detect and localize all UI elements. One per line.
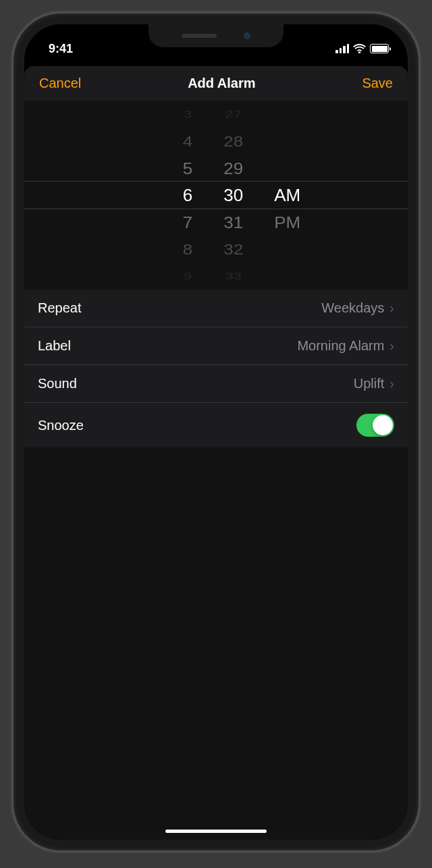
battery-icon xyxy=(370,44,389,53)
minute-picker-column[interactable]: 27 28 29 30 31 32 33 xyxy=(223,101,243,290)
wifi-icon xyxy=(353,44,366,53)
minute-selected: 30 xyxy=(223,182,243,209)
repeat-row[interactable]: Repeat Weekdays › xyxy=(24,290,408,327)
ampm-picker-column[interactable]: AM PM xyxy=(274,101,300,290)
repeat-value: Weekdays xyxy=(321,300,384,316)
phone-frame: 9:41 Cancel Add Alarm Save xyxy=(14,13,418,850)
ampm-selected: AM xyxy=(274,182,300,209)
label-row[interactable]: Label Morning Alarm › xyxy=(24,327,408,365)
home-indicator[interactable] xyxy=(165,830,267,833)
time-picker: 3 4 5 6 7 8 9 27 28 29 30 31 32 33 xyxy=(24,101,408,290)
empty-space xyxy=(24,447,408,840)
cellular-signal-icon xyxy=(335,44,349,53)
notch xyxy=(148,24,284,47)
repeat-label: Repeat xyxy=(38,300,82,316)
screen: 9:41 Cancel Add Alarm Save xyxy=(24,24,408,840)
nav-bar: Cancel Add Alarm Save xyxy=(24,66,408,101)
chevron-right-icon: › xyxy=(389,376,394,391)
toggle-knob xyxy=(373,415,393,435)
status-time: 9:41 xyxy=(49,42,73,56)
label-value: Morning Alarm xyxy=(297,338,384,354)
page-title: Add Alarm xyxy=(188,76,255,91)
hour-selected: 6 xyxy=(183,182,192,209)
snooze-row: Snooze xyxy=(24,403,408,447)
sound-row[interactable]: Sound Uplift › xyxy=(24,365,408,403)
status-indicators xyxy=(335,44,389,53)
alarm-settings-list: Repeat Weekdays › Label Morning Alarm › … xyxy=(24,290,408,447)
chevron-right-icon: › xyxy=(389,338,394,354)
sound-value: Uplift xyxy=(354,376,385,391)
sound-label: Sound xyxy=(38,376,77,391)
save-button[interactable]: Save xyxy=(362,76,393,91)
snooze-toggle[interactable] xyxy=(356,414,394,437)
snooze-label: Snooze xyxy=(38,418,84,433)
hour-picker-column[interactable]: 3 4 5 6 7 8 9 xyxy=(183,101,192,290)
cancel-button[interactable]: Cancel xyxy=(39,76,81,91)
front-camera xyxy=(244,32,250,39)
label-label: Label xyxy=(38,338,71,354)
chevron-right-icon: › xyxy=(389,300,394,316)
speaker-grille xyxy=(182,34,217,38)
